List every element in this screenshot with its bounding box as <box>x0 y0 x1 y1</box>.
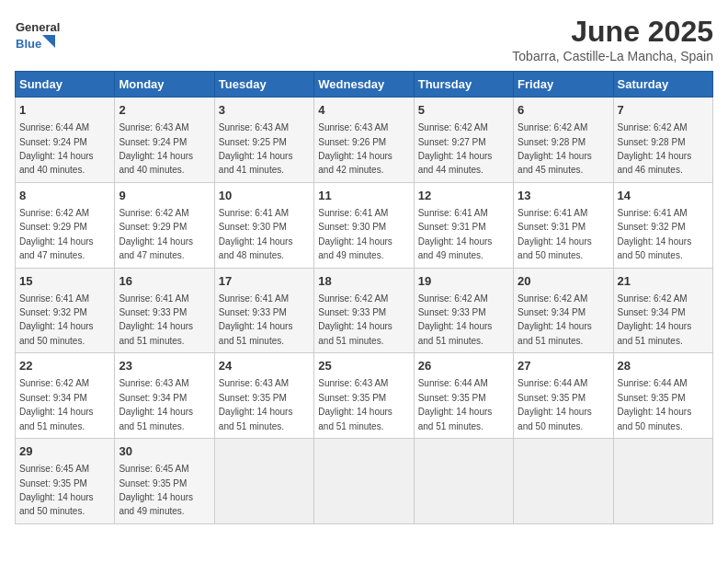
day-number: 12 <box>418 188 509 204</box>
sunrise-text: Sunrise: 6:42 AMSunset: 9:29 PMDaylight:… <box>119 208 193 260</box>
table-row <box>613 439 712 524</box>
sunrise-text: Sunrise: 6:41 AMSunset: 9:32 PMDaylight:… <box>618 208 692 260</box>
table-row: 27 Sunrise: 6:44 AMSunset: 9:35 PMDaylig… <box>514 353 613 439</box>
day-number: 15 <box>19 273 110 290</box>
day-number: 23 <box>119 358 210 374</box>
day-number: 13 <box>518 188 609 204</box>
table-row: 25 Sunrise: 6:43 AMSunset: 9:35 PMDaylig… <box>314 353 414 439</box>
sunrise-text: Sunrise: 6:42 AMSunset: 9:28 PMDaylight:… <box>518 122 592 175</box>
day-number: 16 <box>119 273 210 290</box>
sunrise-text: Sunrise: 6:41 AMSunset: 9:32 PMDaylight:… <box>19 293 94 346</box>
sunrise-text: Sunrise: 6:45 AMSunset: 9:35 PMDaylight:… <box>19 464 94 516</box>
header-row: SundayMondayTuesdayWednesdayThursdayFrid… <box>16 72 713 98</box>
sunrise-text: Sunrise: 6:44 AMSunset: 9:24 PMDaylight:… <box>19 122 94 175</box>
table-row: 13 Sunrise: 6:41 AMSunset: 9:31 PMDaylig… <box>514 182 613 268</box>
sunrise-text: Sunrise: 6:42 AMSunset: 9:34 PMDaylight:… <box>618 293 692 346</box>
table-row: 19 Sunrise: 6:42 AMSunset: 9:33 PMDaylig… <box>414 268 513 353</box>
table-row: 12 Sunrise: 6:41 AMSunset: 9:31 PMDaylig… <box>414 182 513 268</box>
day-number: 11 <box>318 188 409 204</box>
sunrise-text: Sunrise: 6:45 AMSunset: 9:35 PMDaylight:… <box>119 464 193 516</box>
table-row: 1 Sunrise: 6:44 AMSunset: 9:24 PMDayligh… <box>16 98 115 183</box>
day-number: 17 <box>219 273 310 290</box>
main-title: June 2025 <box>512 15 713 49</box>
sunrise-text: Sunrise: 6:42 AMSunset: 9:34 PMDaylight:… <box>518 293 592 346</box>
table-row: 22 Sunrise: 6:42 AMSunset: 9:34 PMDaylig… <box>16 353 115 439</box>
table-row: 17 Sunrise: 6:41 AMSunset: 9:33 PMDaylig… <box>214 268 313 353</box>
table-row: 11 Sunrise: 6:41 AMSunset: 9:30 PMDaylig… <box>314 182 414 268</box>
day-number: 22 <box>19 358 110 374</box>
sunrise-text: Sunrise: 6:41 AMSunset: 9:30 PMDaylight:… <box>318 208 392 260</box>
sunrise-text: Sunrise: 6:43 AMSunset: 9:35 PMDaylight:… <box>219 378 293 431</box>
day-number: 29 <box>19 443 110 460</box>
day-number: 27 <box>518 358 609 374</box>
table-row: 4 Sunrise: 6:43 AMSunset: 9:26 PMDayligh… <box>314 98 414 183</box>
col-header-saturday: Saturday <box>613 72 712 98</box>
week-row-2: 8 Sunrise: 6:42 AMSunset: 9:29 PMDayligh… <box>16 182 713 268</box>
sunrise-text: Sunrise: 6:41 AMSunset: 9:33 PMDaylight:… <box>119 293 193 346</box>
table-row: 23 Sunrise: 6:43 AMSunset: 9:34 PMDaylig… <box>115 353 214 439</box>
col-header-sunday: Sunday <box>16 72 115 98</box>
sunrise-text: Sunrise: 6:43 AMSunset: 9:25 PMDaylight:… <box>219 122 293 175</box>
table-row: 28 Sunrise: 6:44 AMSunset: 9:35 PMDaylig… <box>613 353 712 439</box>
sunrise-text: Sunrise: 6:42 AMSunset: 9:28 PMDaylight:… <box>618 122 692 175</box>
table-row <box>214 439 313 524</box>
table-row: 6 Sunrise: 6:42 AMSunset: 9:28 PMDayligh… <box>514 98 613 183</box>
sunrise-text: Sunrise: 6:42 AMSunset: 9:33 PMDaylight:… <box>418 293 493 346</box>
week-row-5: 29 Sunrise: 6:45 AMSunset: 9:35 PMDaylig… <box>16 439 713 524</box>
day-number: 26 <box>418 358 509 374</box>
header: General Blue June 2025 Tobarra, Castille… <box>15 15 713 63</box>
day-number: 25 <box>318 358 409 374</box>
day-number: 3 <box>219 102 310 119</box>
day-number: 20 <box>518 273 609 290</box>
day-number: 8 <box>19 188 110 204</box>
subtitle: Tobarra, Castille-La Mancha, Spain <box>512 49 713 63</box>
table-row: 21 Sunrise: 6:42 AMSunset: 9:34 PMDaylig… <box>613 268 712 353</box>
logo-svg: General Blue <box>15 15 61 56</box>
logo: General Blue <box>15 15 61 56</box>
day-number: 4 <box>318 102 409 119</box>
sunrise-text: Sunrise: 6:44 AMSunset: 9:35 PMDaylight:… <box>418 378 493 431</box>
table-row: 15 Sunrise: 6:41 AMSunset: 9:32 PMDaylig… <box>16 268 115 353</box>
day-number: 5 <box>418 102 509 119</box>
table-row: 7 Sunrise: 6:42 AMSunset: 9:28 PMDayligh… <box>613 98 712 183</box>
day-number: 6 <box>518 102 609 119</box>
table-row: 26 Sunrise: 6:44 AMSunset: 9:35 PMDaylig… <box>414 353 513 439</box>
col-header-monday: Monday <box>115 72 214 98</box>
day-number: 7 <box>618 102 709 119</box>
day-number: 19 <box>418 273 509 290</box>
sunrise-text: Sunrise: 6:43 AMSunset: 9:35 PMDaylight:… <box>318 378 392 431</box>
col-header-thursday: Thursday <box>414 72 513 98</box>
calendar-table: SundayMondayTuesdayWednesdayThursdayFrid… <box>15 71 713 524</box>
table-row: 16 Sunrise: 6:41 AMSunset: 9:33 PMDaylig… <box>115 268 214 353</box>
week-row-4: 22 Sunrise: 6:42 AMSunset: 9:34 PMDaylig… <box>16 353 713 439</box>
table-row: 9 Sunrise: 6:42 AMSunset: 9:29 PMDayligh… <box>115 182 214 268</box>
day-number: 2 <box>119 102 210 119</box>
sunrise-text: Sunrise: 6:41 AMSunset: 9:31 PMDaylight:… <box>418 208 493 260</box>
sunrise-text: Sunrise: 6:44 AMSunset: 9:35 PMDaylight:… <box>618 378 692 431</box>
week-row-1: 1 Sunrise: 6:44 AMSunset: 9:24 PMDayligh… <box>16 98 713 183</box>
day-number: 21 <box>618 273 709 290</box>
sunrise-text: Sunrise: 6:42 AMSunset: 9:33 PMDaylight:… <box>318 293 392 346</box>
svg-text:General: General <box>16 20 60 34</box>
table-row: 14 Sunrise: 6:41 AMSunset: 9:32 PMDaylig… <box>613 182 712 268</box>
table-row: 30 Sunrise: 6:45 AMSunset: 9:35 PMDaylig… <box>115 439 214 524</box>
week-row-3: 15 Sunrise: 6:41 AMSunset: 9:32 PMDaylig… <box>16 268 713 353</box>
sunrise-text: Sunrise: 6:42 AMSunset: 9:29 PMDaylight:… <box>19 208 94 260</box>
sunrise-text: Sunrise: 6:43 AMSunset: 9:26 PMDaylight:… <box>318 122 392 175</box>
table-row: 24 Sunrise: 6:43 AMSunset: 9:35 PMDaylig… <box>214 353 313 439</box>
sunrise-text: Sunrise: 6:41 AMSunset: 9:33 PMDaylight:… <box>219 293 293 346</box>
sunrise-text: Sunrise: 6:42 AMSunset: 9:27 PMDaylight:… <box>418 122 493 175</box>
table-row: 2 Sunrise: 6:43 AMSunset: 9:24 PMDayligh… <box>115 98 214 183</box>
day-number: 28 <box>618 358 709 374</box>
col-header-friday: Friday <box>514 72 613 98</box>
svg-marker-1 <box>42 35 55 48</box>
table-row: 5 Sunrise: 6:42 AMSunset: 9:27 PMDayligh… <box>414 98 513 183</box>
table-row: 18 Sunrise: 6:42 AMSunset: 9:33 PMDaylig… <box>314 268 414 353</box>
table-row: 3 Sunrise: 6:43 AMSunset: 9:25 PMDayligh… <box>214 98 313 183</box>
day-number: 9 <box>119 188 210 204</box>
col-header-wednesday: Wednesday <box>314 72 414 98</box>
sunrise-text: Sunrise: 6:44 AMSunset: 9:35 PMDaylight:… <box>518 378 592 431</box>
table-row: 10 Sunrise: 6:41 AMSunset: 9:30 PMDaylig… <box>214 182 313 268</box>
sunrise-text: Sunrise: 6:42 AMSunset: 9:34 PMDaylight:… <box>19 378 94 431</box>
table-row: 29 Sunrise: 6:45 AMSunset: 9:35 PMDaylig… <box>16 439 115 524</box>
